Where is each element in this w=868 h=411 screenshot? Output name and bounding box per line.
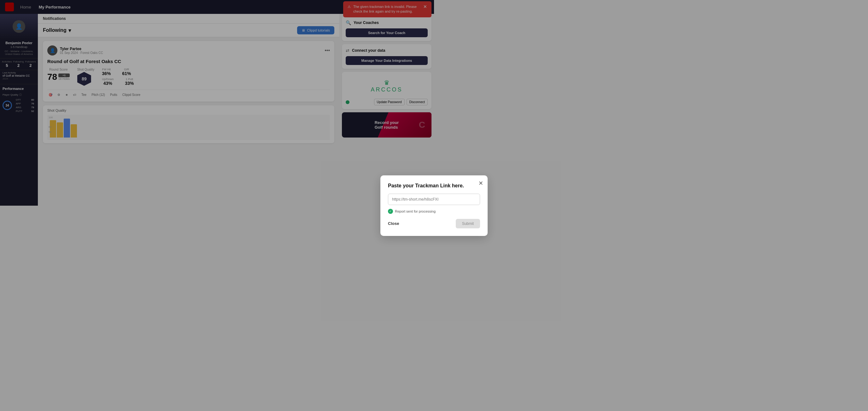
trackman-modal: Paste your Trackman Link here. ✕ ✓ Repor…	[380, 176, 434, 206]
modal-overlay: Paste your Trackman Link here. ✕ ✓ Repor…	[0, 0, 434, 205]
modal-title: Paste your Trackman Link here.	[388, 183, 434, 189]
trackman-link-input[interactable]	[388, 194, 434, 205]
